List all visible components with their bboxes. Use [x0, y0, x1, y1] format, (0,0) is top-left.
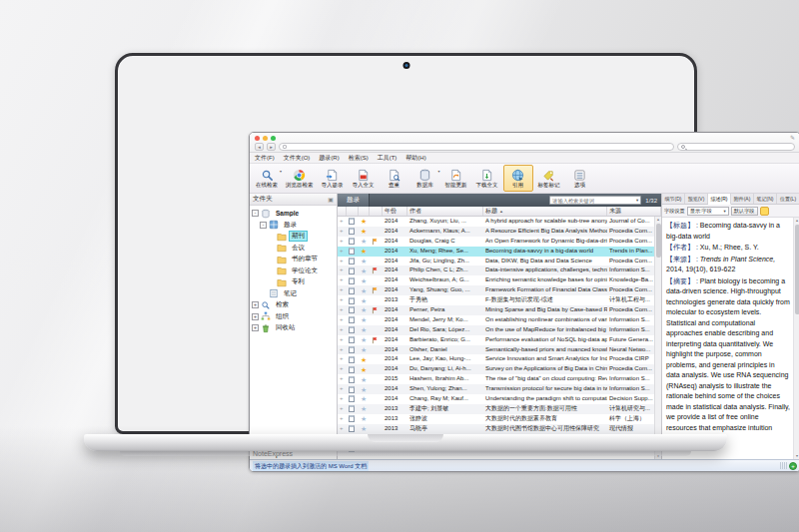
collapse-icon[interactable]: - [252, 210, 259, 217]
detail-tab-笔记[interactable]: 笔记(N) [754, 194, 777, 204]
table-row[interactable]: +★2014Perner, PetraMining Sparse and Big… [338, 305, 654, 315]
tree-item-组织[interactable]: +组织 [250, 311, 337, 323]
table-row[interactable]: +★2013李建中; 刘显敏大数据的一个重要方面:数据可用性计算机研究与... [338, 404, 654, 414]
menu-item[interactable]: 题录(R) [319, 154, 339, 163]
star-icon[interactable]: ★ [359, 345, 370, 355]
table-row[interactable]: +★2014Mendel, Jerry M; Ko...On establish… [338, 315, 654, 325]
row-expander[interactable]: + [338, 257, 347, 266]
flag-icon[interactable] [370, 335, 383, 345]
flag-icon[interactable] [370, 275, 383, 285]
default-field-button[interactable]: 默认字段 [731, 207, 758, 216]
row-expander[interactable]: + [338, 275, 347, 285]
attachment-icon[interactable] [347, 424, 359, 434]
star-icon[interactable]: ★ [359, 247, 370, 257]
table-row[interactable]: +★2014Jifa, Gu; Lingling, Zh...Data, DIK… [338, 257, 654, 266]
col-title[interactable]: 标题▲ [483, 207, 607, 216]
star-icon[interactable]: ★ [359, 285, 370, 295]
detail-tab-综述[interactable]: 综述(R) [708, 194, 731, 205]
row-expander[interactable]: + [338, 227, 347, 237]
row-expander[interactable]: + [338, 295, 347, 305]
row-expander[interactable]: + [338, 394, 347, 404]
attachment-icon[interactable] [347, 247, 359, 257]
tree-item-书的章节[interactable]: 书的章节 [250, 254, 337, 266]
row-expander[interactable]: + [338, 237, 347, 247]
toolbar-button-cite[interactable]: 引用 [503, 165, 533, 192]
star-icon[interactable]: ★ [359, 325, 370, 335]
star-icon[interactable]: ★ [359, 394, 370, 404]
list-search-input[interactable] [552, 198, 634, 204]
col-expander[interactable] [338, 207, 347, 216]
attachment-icon[interactable] [347, 325, 359, 335]
row-expander[interactable]: + [338, 345, 347, 355]
star-icon[interactable]: ★ [359, 295, 370, 305]
table-row[interactable]: +★2014Xu, Meng; Rhee, Se...Becoming data… [338, 247, 654, 257]
attachment-icon[interactable] [347, 354, 359, 364]
collapse-icon[interactable]: - [260, 222, 267, 229]
attachment-icon[interactable] [347, 217, 359, 227]
col-attachment[interactable] [347, 207, 359, 216]
table-row[interactable]: +★2014Yang, Shuang; Guo, ...Framework Fo… [338, 285, 654, 295]
toolbar-button-browser-search[interactable]: 浏览器检索 [283, 165, 317, 192]
attachment-icon[interactable] [347, 384, 359, 394]
col-author[interactable]: 作者 [407, 207, 483, 216]
col-source[interactable]: 来源 [607, 207, 661, 216]
detail-tab-位置[interactable]: 位置(L) [777, 194, 799, 204]
tree-item-期刊[interactable]: 期刊 [250, 231, 337, 243]
attachment-icon[interactable] [347, 227, 359, 237]
table-row[interactable]: +★2014Ackermann, Klaus; A...A Resource E… [338, 227, 654, 237]
table-row[interactable]: +★2014Barbierato, Enrico; G...Performanc… [338, 335, 654, 345]
flag-icon[interactable] [370, 364, 383, 374]
flag-icon[interactable] [370, 424, 383, 434]
row-expander[interactable]: + [338, 384, 347, 394]
url-input[interactable] [289, 144, 670, 150]
table-row[interactable]: +★2014Philip Chen, C L; Zh...Data-intens… [338, 266, 654, 275]
toolbar-button-duplicate-check[interactable]: 查重 [380, 165, 409, 192]
flag-icon[interactable] [370, 266, 383, 275]
attachment-icon[interactable] [347, 275, 359, 285]
url-bar[interactable] [279, 143, 674, 151]
tree-item-会议[interactable]: 会议 [250, 243, 337, 255]
flag-icon[interactable] [370, 315, 383, 325]
attachment-icon[interactable] [347, 404, 359, 414]
attachment-icon[interactable] [347, 315, 359, 325]
attachment-icon[interactable] [347, 364, 359, 374]
toolbar-button-online-search[interactable]: 在线检索▾ [252, 165, 282, 192]
zoom-button[interactable] [271, 136, 276, 141]
star-icon[interactable]: ★ [359, 424, 370, 434]
flag-icon[interactable] [370, 237, 383, 247]
scroll-up-icon[interactable]: ▴ [657, 217, 659, 223]
flag-icon[interactable] [370, 374, 383, 384]
row-expander[interactable]: + [338, 404, 347, 414]
attachment-icon[interactable] [347, 295, 359, 305]
toolbar-button-import-fulltext[interactable]: 导入全文 [349, 165, 379, 192]
star-icon[interactable]: ★ [359, 384, 370, 394]
scroll-thumb[interactable] [656, 224, 661, 258]
star-icon[interactable]: ★ [359, 237, 370, 247]
flag-icon[interactable] [370, 345, 383, 355]
tree-item-笔记[interactable]: 笔记 [250, 288, 337, 300]
close-button[interactable] [255, 136, 260, 141]
col-year[interactable]: 年份 [383, 207, 407, 216]
scroll-down-icon[interactable]: ▾ [796, 453, 798, 459]
attachment-icon[interactable] [347, 345, 359, 355]
flag-icon[interactable] [370, 354, 383, 364]
attachment-icon[interactable] [347, 305, 359, 315]
attachment-icon[interactable] [347, 237, 359, 247]
scroll-thumb[interactable] [795, 225, 799, 314]
row-expander[interactable]: + [338, 285, 347, 295]
table-row[interactable]: +★2014Chang, Ray M; Kauf...Understanding… [338, 394, 654, 404]
table-row[interactable]: +★2014Weichselbraun, A; G...Enriching se… [338, 275, 654, 285]
list-search-box[interactable]: ▾ [549, 196, 641, 205]
flag-icon[interactable] [370, 384, 383, 394]
tree-item-检索[interactable]: +检索 [250, 299, 337, 311]
table-row[interactable]: +★2014Lee, Jay; Kao, Hung-...Service Inn… [338, 354, 654, 364]
star-icon[interactable]: ★ [359, 364, 370, 374]
toolbar-button-download-fulltext[interactable]: 下载全文 [472, 165, 502, 192]
table-row[interactable]: +★2014Del Rio, Sara; López...On the use … [338, 325, 654, 335]
star-icon[interactable]: ★ [359, 315, 370, 325]
toolbar-button-import-records[interactable]: 导入题录 [318, 165, 348, 192]
star-icon[interactable]: ★ [359, 305, 370, 315]
star-icon[interactable]: ★ [359, 414, 370, 424]
table-row[interactable]: +★2014Douglas, Craig CAn Open Framework … [338, 237, 654, 247]
flag-icon[interactable] [370, 257, 383, 266]
